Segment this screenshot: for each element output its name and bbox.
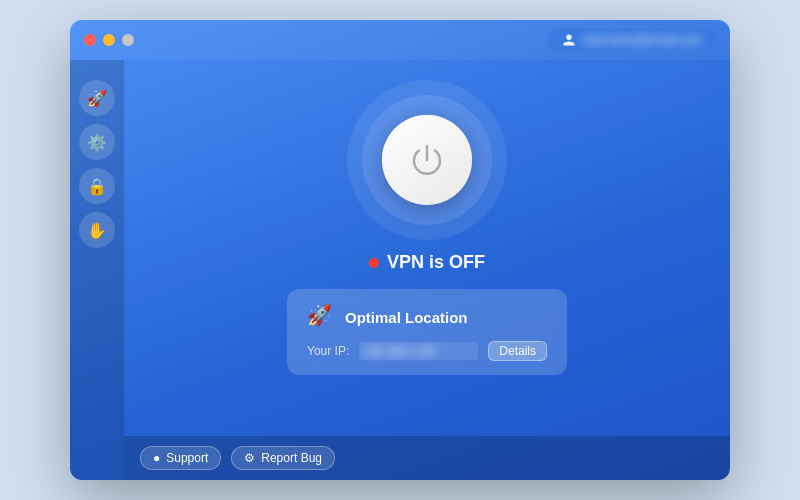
vpn-status-text: VPN is OFF — [387, 252, 485, 273]
rocket-icon: 🚀 — [307, 303, 335, 331]
power-button[interactable] — [382, 115, 472, 205]
ip-label: Your IP: — [307, 344, 349, 358]
maximize-button[interactable] — [122, 34, 134, 46]
support-icon: ● — [153, 451, 160, 465]
support-label: Support — [166, 451, 208, 465]
location-title: Optimal Location — [345, 309, 468, 326]
bottom-bar: ● Support ⚙ Report Bug — [124, 436, 730, 480]
sidebar: 🚀 ⚙️ 🔒 ✋ — [70, 60, 124, 480]
user-icon — [562, 33, 576, 47]
report-bug-button[interactable]: ⚙ Report Bug — [231, 446, 335, 470]
sidebar-item-settings[interactable]: ⚙️ — [79, 124, 115, 160]
bug-icon: ⚙ — [244, 451, 255, 465]
lock-icon: 🔒 — [87, 177, 107, 196]
main-content: VPN is OFF 🚀 Optimal Location Your IP: 1… — [124, 60, 730, 480]
close-button[interactable] — [84, 34, 96, 46]
support-button[interactable]: ● Support — [140, 446, 221, 470]
location-ip-row: Your IP: 192.168.1.100 Details — [307, 341, 547, 361]
report-bug-label: Report Bug — [261, 451, 322, 465]
location-header: 🚀 Optimal Location — [307, 303, 547, 331]
sidebar-item-security[interactable]: 🔒 — [79, 168, 115, 204]
sidebar-item-privacy[interactable]: ✋ — [79, 212, 115, 248]
user-account-button[interactable]: username@email.com — [548, 28, 716, 52]
traffic-lights — [84, 34, 134, 46]
ip-address: 192.168.1.100 — [365, 345, 435, 357]
details-button[interactable]: Details — [488, 341, 547, 361]
status-dot — [369, 258, 379, 268]
power-area — [347, 80, 507, 240]
sidebar-item-locations[interactable]: 🚀 — [79, 80, 115, 116]
minimize-button[interactable] — [103, 34, 115, 46]
locations-icon: 🚀 — [87, 89, 107, 108]
hand-icon: ✋ — [87, 221, 107, 240]
vpn-status: VPN is OFF — [369, 252, 485, 273]
location-card: 🚀 Optimal Location Your IP: 192.168.1.10… — [287, 289, 567, 375]
power-icon — [409, 142, 445, 178]
settings-icon: ⚙️ — [87, 133, 107, 152]
ip-value: 192.168.1.100 — [359, 342, 478, 360]
title-bar: username@email.com — [70, 20, 730, 60]
user-email: username@email.com — [582, 33, 702, 47]
app-window: username@email.com 🚀 ⚙️ 🔒 ✋ — [70, 20, 730, 480]
